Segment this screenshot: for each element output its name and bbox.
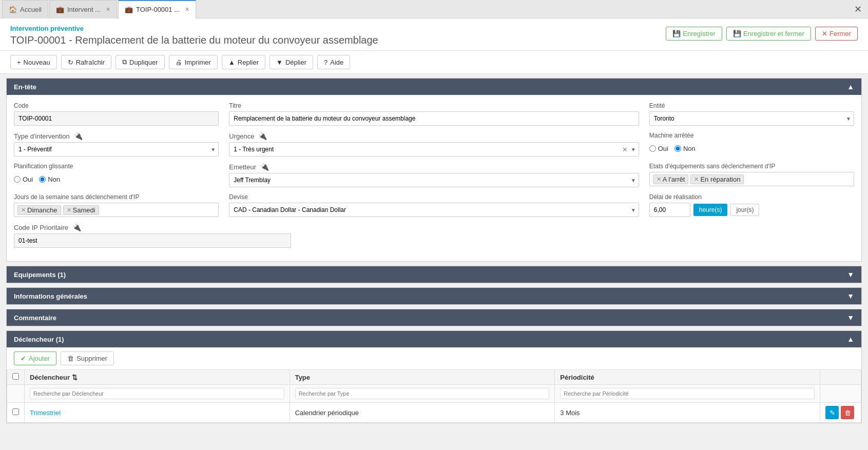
section-declencheur: Déclencheur (1) ▲ ✔ Ajouter 🗑 Supprimer (6, 330, 862, 423)
row-actions-cell: ✎ 🗑 (820, 403, 861, 423)
tab-interv-close[interactable]: ✕ (106, 6, 110, 13)
nouveau-button[interactable]: + Nouveau (10, 55, 57, 69)
devise-select[interactable]: CAD - Canadian Dollar - Canadian Dollar (229, 203, 639, 217)
titre-input[interactable] (229, 111, 639, 126)
planification-oui-label[interactable]: Oui (23, 175, 33, 183)
tag-arret: ✕ A l'arrêt (653, 174, 689, 184)
dupliquer-button[interactable]: ⧉ Dupliquer (115, 55, 165, 69)
supprimer-button[interactable]: 🗑 Supprimer (61, 351, 114, 365)
tab-accueil[interactable]: 🏠 Accueil (2, 0, 48, 18)
row-periodicite-value: 3 Mois (560, 409, 580, 417)
code-ip-plugin-icon[interactable]: 🔌 (72, 223, 81, 231)
th-declencheur: Déclencheur ⇅ (25, 370, 290, 385)
save-icon: 💾 (672, 30, 681, 37)
imprimer-button[interactable]: 🖨 Imprimer (169, 55, 218, 69)
tag-samedi-remove[interactable]: ✕ (67, 207, 71, 213)
save-button[interactable]: 💾 Enregistrer (666, 27, 722, 41)
close-x-icon: ✕ (822, 30, 827, 37)
ajouter-button[interactable]: ✔ Ajouter (14, 351, 56, 365)
urgence-plugin-icon[interactable]: 🔌 (258, 132, 267, 140)
delai-input[interactable] (649, 203, 690, 217)
etats-tags-input[interactable]: ✕ A l'arrêt ✕ En réparation (649, 172, 854, 186)
section-infos-header[interactable]: Informations générales ▼ (7, 288, 861, 304)
delete-icon: 🗑 (844, 409, 851, 417)
print-icon: 🖨 (176, 58, 182, 66)
section-declencheur-body: ✔ Ajouter 🗑 Supprimer Déclencheur ⇅ (7, 347, 861, 423)
section-equipements: Equipements (1) ▼ (6, 266, 862, 283)
supprimer-label: Supprimer (76, 355, 107, 362)
checkmark-icon: ✔ (21, 355, 26, 362)
search-declencheur-cell (25, 385, 290, 403)
save-close-button[interactable]: 💾 Enregistrer et fermer (726, 27, 811, 41)
sort-icon-declencheur[interactable]: ⇅ (72, 374, 78, 381)
emetteur-select[interactable]: Jeff Tremblay (229, 173, 639, 187)
section-equipements-title: Equipements (1) (14, 271, 66, 279)
type-intervention-label: Type d'intervention 🔌 (14, 132, 219, 140)
entite-select[interactable]: Toronto (649, 111, 854, 126)
save-close-icon: 💾 (733, 30, 741, 37)
aide-label: Aide (330, 58, 343, 66)
row-edit-button[interactable]: ✎ (825, 406, 839, 419)
jours-tags-input[interactable]: ✕ Dimanche ✕ Samedi (14, 203, 219, 217)
table-row: Trimestriel Calendrier périodique 3 Mois… (7, 403, 861, 423)
close-button[interactable]: ✕ Fermer (815, 27, 858, 41)
machine-arretee-label: Machine arrêtée (649, 132, 854, 139)
search-type-input[interactable] (295, 388, 550, 399)
planification-non-radio[interactable] (39, 176, 46, 183)
rafraichir-button[interactable]: ↻ Rafraîchir (61, 55, 111, 69)
code-input[interactable] (14, 111, 219, 126)
machine-arretee-oui-radio[interactable] (649, 145, 656, 152)
chevron-down-icon-comment: ▼ (847, 314, 854, 322)
section-declencheur-header[interactable]: Déclencheur (1) ▲ (7, 331, 861, 347)
chevron-down-icon-infos: ▼ (847, 292, 854, 300)
delai-label: Délai de réalisation (649, 193, 854, 201)
search-periodicite-input[interactable] (560, 388, 815, 399)
chevron-up-icon-decl: ▲ (847, 335, 854, 343)
window-close-button[interactable]: ✕ (850, 4, 866, 15)
search-actions-cell (820, 385, 861, 403)
search-declencheur-input[interactable] (30, 388, 284, 399)
section-en-tete-header[interactable]: En-tête ▲ (7, 79, 861, 95)
section-commentaire-header[interactable]: Commentaire ▼ (7, 309, 861, 326)
deplier-button[interactable]: ▼ Déplier (269, 55, 313, 69)
planification-non-label[interactable]: Non (48, 175, 60, 183)
urgence-select[interactable]: 1 - Très urgent (229, 142, 639, 156)
emetteur-plugin-icon[interactable]: 🔌 (260, 163, 269, 171)
machine-arretee-non-radio[interactable] (674, 145, 681, 152)
row-periodicite-cell: 3 Mois (555, 403, 820, 423)
aide-button[interactable]: ? Aide (317, 55, 350, 69)
replier-button[interactable]: ▲ Replier (222, 55, 265, 69)
fold-icon: ▲ (228, 58, 235, 66)
code-ip-input[interactable] (14, 233, 291, 248)
section-en-tete-body: Code Titre Entité Toronto ▼ (7, 95, 861, 261)
urgence-arrow: ▼ (631, 147, 636, 152)
row-declencheur-link[interactable]: Trimestriel (30, 409, 61, 417)
urgence-clear-button[interactable]: ✕ (620, 146, 630, 153)
tag-arret-remove[interactable]: ✕ (657, 176, 661, 183)
planification-oui-radio[interactable] (14, 176, 21, 183)
tab-toip[interactable]: 💼 TOIP-00001 ... ✕ (118, 0, 196, 18)
search-type-cell (290, 385, 555, 403)
type-intervention-select[interactable]: 1 - Préventif (14, 142, 219, 156)
section-equipements-header[interactable]: Equipements (1) ▼ (7, 266, 861, 283)
row-checkbox[interactable] (12, 408, 19, 415)
row-checkbox-cell (7, 403, 25, 423)
section-en-tete: En-tête ▲ Code Titre Entité Toronto (6, 78, 862, 262)
delai-jours-button[interactable]: jour(s) (730, 204, 759, 216)
devise-label: Devise (229, 193, 639, 201)
section-commentaire-title: Commentaire (14, 314, 56, 322)
machine-arretee-non-label[interactable]: Non (683, 145, 696, 152)
tab-toip-label: TOIP-00001 ... (136, 6, 180, 13)
tag-dimanche-remove[interactable]: ✕ (21, 207, 26, 213)
tag-reparation: ✕ En réparation (690, 174, 744, 184)
tag-reparation-remove[interactable]: ✕ (694, 176, 699, 183)
tab-toip-close[interactable]: ✕ (185, 6, 189, 13)
type-plugin-icon[interactable]: 🔌 (74, 132, 83, 140)
select-all-checkbox[interactable] (12, 373, 19, 380)
machine-arretee-oui-label[interactable]: Oui (658, 145, 668, 152)
tab-interv[interactable]: 💼 Intervent ... ✕ (49, 0, 117, 18)
delai-heures-button[interactable]: heure(s) (693, 204, 728, 216)
row-type-value: Calendrier périodique (295, 409, 359, 417)
imprimer-label: Imprimer (185, 58, 211, 66)
row-delete-button[interactable]: 🗑 (841, 406, 854, 419)
